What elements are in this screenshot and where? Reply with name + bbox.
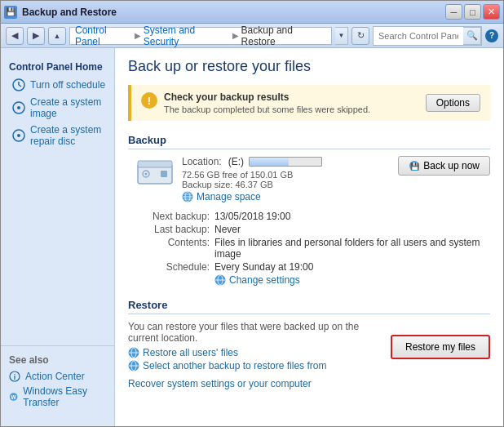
- addressbar: ◀ ▶ ▲ Control Panel ▶ System and Securit…: [1, 24, 503, 48]
- backup-btn-icon: 💾: [409, 160, 420, 171]
- search-input[interactable]: [374, 28, 463, 44]
- alert-content: Check your backup results The backup com…: [164, 91, 419, 114]
- up-button[interactable]: ▲: [48, 27, 66, 45]
- titlebar: 💾 Backup and Restore ─ □ ✕: [1, 1, 503, 24]
- svg-text:W: W: [11, 394, 17, 400]
- select-another-backup-link[interactable]: Select another backup to restore files f…: [128, 360, 382, 371]
- transfer-icon: W: [9, 391, 18, 403]
- restore-left: You can restore your files that were bac…: [128, 321, 382, 373]
- alert-description: The backup completed but some files were…: [164, 105, 419, 114]
- change-settings-label: Change settings: [229, 274, 300, 286]
- select-backup-icon: [128, 360, 139, 371]
- restore-all-users-label: Restore all users' files: [143, 347, 238, 358]
- disc-icon-1: [12, 101, 25, 114]
- disk-usage-bar: [250, 158, 289, 166]
- disk-free-text: 72.56 GB free of 150.01 GB: [182, 170, 322, 180]
- sidebar-label-turn-off: Turn off schedule: [30, 79, 105, 91]
- restore-content: You can restore your files that were bac…: [128, 321, 490, 373]
- sidebar-footer: See also i Action Center W Windows Easy …: [1, 345, 114, 418]
- clock-icon: [12, 78, 25, 91]
- sidebar-label-repair-disc: Create a system repair disc: [30, 124, 106, 147]
- svg-point-15: [145, 173, 148, 176]
- restore-section-header: Restore: [128, 299, 490, 314]
- select-another-backup-label: Select another backup to restore files f…: [143, 360, 326, 371]
- back-button[interactable]: ◀: [6, 27, 24, 45]
- contents-value: Files in libraries and personal folders …: [214, 237, 490, 260]
- main-window: 💾 Backup and Restore ─ □ ✕ ◀ ▶ ▲ Control…: [0, 0, 504, 427]
- backup-section-header: Backup: [128, 134, 490, 149]
- page-title: Back up or restore your files: [128, 58, 490, 75]
- change-settings-link[interactable]: Change settings: [214, 274, 490, 286]
- breadcrumb-current: Backup and Restore: [241, 24, 326, 47]
- settings-globe-icon: [214, 274, 226, 286]
- disc-icon-2: [12, 129, 25, 142]
- breadcrumb-dropdown[interactable]: ▼: [335, 27, 348, 45]
- alert-icon: !: [141, 92, 157, 109]
- see-also-title: See also: [9, 354, 106, 366]
- help-button[interactable]: ?: [485, 29, 498, 42]
- svg-point-6: [17, 134, 20, 137]
- action-center-icon: i: [9, 371, 20, 382]
- svg-line-2: [19, 85, 21, 87]
- sidebar-item-create-image[interactable]: Create a system image: [1, 94, 114, 122]
- svg-point-4: [17, 106, 20, 109]
- svg-text:💾: 💾: [410, 162, 420, 171]
- svg-text:i: i: [14, 373, 16, 381]
- sidebar-item-turn-off-schedule[interactable]: Turn off schedule: [1, 76, 114, 94]
- restore-section: Restore You can restore your files that …: [128, 299, 490, 389]
- next-backup-label: Next backup:: [128, 211, 210, 222]
- windows-easy-transfer-label: Windows Easy Transfer: [23, 385, 106, 408]
- sidebar-title: Control Panel Home: [1, 56, 114, 76]
- schedule-value: Every Sunday at 19:00: [214, 261, 490, 273]
- back-up-now-button[interactable]: 💾 Back up now: [398, 156, 490, 176]
- titlebar-buttons: ─ □ ✕: [445, 4, 500, 20]
- drive-icon: [136, 156, 174, 187]
- breadcrumb-bar: Control Panel ▶ System and Security ▶ Ba…: [69, 27, 332, 45]
- backup-section: Backup: [128, 134, 490, 286]
- forward-button[interactable]: ▶: [27, 27, 45, 45]
- last-backup-value: Never: [214, 224, 490, 235]
- breadcrumb-control-panel[interactable]: Control Panel: [75, 24, 132, 47]
- breadcrumb-system-security[interactable]: System and Security: [144, 24, 230, 47]
- close-button[interactable]: ✕: [483, 4, 500, 20]
- svg-rect-12: [138, 161, 172, 167]
- search-button[interactable]: 🔍: [463, 27, 481, 45]
- alert-title: Check your backup results: [164, 91, 419, 103]
- last-backup-label: Last backup:: [128, 224, 210, 235]
- recover-system-link[interactable]: Recover system settings or your computer: [128, 378, 490, 389]
- alert-box: ! Check your backup results The backup c…: [128, 85, 490, 121]
- backup-size-text: Backup size: 46.37 GB: [182, 180, 322, 189]
- schedule-label: Schedule:: [128, 261, 210, 273]
- restore-all-users-link[interactable]: Restore all users' files: [128, 347, 382, 358]
- svg-rect-13: [161, 171, 167, 177]
- sidebar-label-create-image: Create a system image: [30, 96, 106, 119]
- window-title: Backup and Restore: [22, 7, 445, 18]
- maximize-button[interactable]: □: [464, 4, 481, 20]
- main-layout: Control Panel Home Turn off schedule Cre…: [1, 48, 503, 426]
- manage-space-label: Manage space: [197, 191, 261, 202]
- content-area: Back up or restore your files ! Check yo…: [115, 48, 503, 426]
- sidebar-windows-easy-transfer[interactable]: W Windows Easy Transfer: [9, 384, 106, 410]
- restore-users-icon: [128, 347, 139, 358]
- restore-description: You can restore your files that were bac…: [128, 321, 382, 344]
- action-center-label: Action Center: [25, 371, 85, 382]
- restore-my-files-button[interactable]: Restore my files: [391, 335, 490, 359]
- sidebar-item-repair-disc[interactable]: Create a system repair disc: [1, 122, 114, 149]
- contents-label: Contents:: [128, 237, 210, 260]
- refresh-button[interactable]: ↻: [351, 27, 369, 45]
- options-button[interactable]: Options: [426, 94, 480, 112]
- backup-details: Next backup: 13/05/2018 19:00 Last backu…: [128, 211, 490, 286]
- window-icon: 💾: [4, 6, 17, 19]
- sidebar: Control Panel Home Turn off schedule Cre…: [1, 48, 115, 426]
- location-label: Location:: [182, 156, 222, 167]
- globe-icon: [182, 191, 193, 202]
- sidebar-action-center[interactable]: i Action Center: [9, 369, 106, 384]
- minimize-button[interactable]: ─: [445, 4, 462, 20]
- next-backup-value: 13/05/2018 19:00: [214, 211, 490, 222]
- manage-space-link[interactable]: Manage space: [182, 191, 322, 202]
- location-value: (E:): [228, 156, 244, 167]
